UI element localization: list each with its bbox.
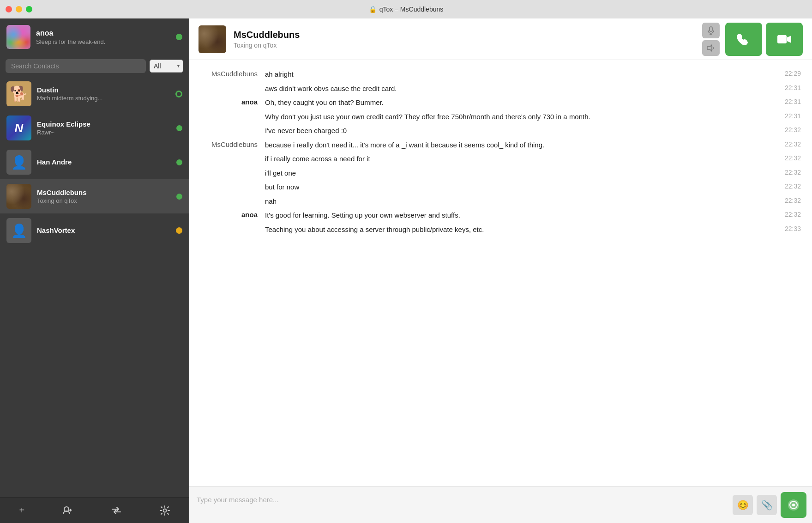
message-row: I've never been charged :0 22:32 [200,126,801,136]
msg-sender: anoa [200,97,265,106]
contact-item-dustin[interactable]: 🐕 Dustin Math midterm studying... [0,77,189,111]
header-actions [702,23,803,56]
contact-name-nashvortex: NashVortex [37,226,170,234]
chat-header: MsCuddlebuns Toxing on qTox [189,18,812,60]
mute-speaker-button[interactable] [702,40,720,56]
message-row: Teaching you about accessing a server th… [200,225,801,235]
my-avatar [6,25,30,49]
minimize-button[interactable] [16,6,22,12]
chat-contact-name: MsCuddlebuns [234,30,695,40]
settings-icon [160,505,170,516]
contact-info-equinox: Equinox Eclipse Rawr~ [37,120,171,136]
emoji-icon: 😊 [737,499,749,511]
msg-sender [200,196,265,197]
message-row: MsCuddlebuns ah alright 22:29 [200,69,801,80]
settings-button[interactable] [156,502,174,519]
emoji-button[interactable]: 😊 [733,495,753,515]
message-row: anoa Oh, they caught you on that? Bummer… [200,97,801,108]
add-friend-button[interactable] [59,503,77,518]
msg-body: It's good for learning. Setting up your … [265,210,773,221]
msg-body: if i really come across a need for it [265,154,773,164]
msg-time: 22:32 [773,154,801,162]
sidebar: anoa Sleep is for the weak-end. All Onli… [0,18,189,523]
message-input[interactable] [195,492,729,518]
svg-rect-4 [710,27,712,31]
send-icon [787,499,800,511]
chat-contact-status: Toxing on qTox [234,42,695,49]
mic-speaker-group [702,23,720,56]
maximize-button[interactable] [26,6,32,12]
message-row: if i really come across a need for it 22… [200,154,801,164]
person-icon-nashvortex: 👤 [11,223,27,238]
my-status-dot [176,34,182,40]
add-friend-icon [63,506,73,515]
transfer-icon [111,506,121,515]
filter-select[interactable]: All Online Offline Busy [150,60,183,73]
search-input[interactable] [6,59,146,73]
contact-list: 🐕 Dustin Math midterm studying... N Equi… [0,77,189,497]
msg-sender: anoa [200,210,265,219]
filter-wrapper[interactable]: All Online Offline Busy [150,60,183,73]
contact-item-equinox[interactable]: N Equinox Eclipse Rawr~ [0,111,189,145]
msg-sender [200,182,265,182]
call-button[interactable] [725,23,762,56]
msg-body: but for now [265,182,773,193]
close-button[interactable] [6,6,12,12]
msg-time: 22:31 [773,97,801,105]
send-button[interactable] [781,492,806,518]
contact-name-hanandre: Han Andre [37,158,171,166]
message-row: anoa It's good for learning. Setting up … [200,210,801,221]
search-bar: All Online Offline Busy [0,55,189,77]
video-call-button[interactable] [766,23,803,56]
contact-info-mscuddlebuns: MsCuddlebuns Toxing on qTox [37,189,171,204]
svg-point-12 [792,504,795,506]
msg-sender [200,84,265,84]
person-icon-hanandre: 👤 [11,155,27,170]
chat-messages: MsCuddlebuns ah alright 22:29 aws didn't… [189,60,812,486]
msg-time: 22:32 [773,210,801,218]
msg-sender [200,112,265,112]
transfer-button[interactable] [108,503,125,518]
msg-body: i'll get one [265,168,773,179]
contact-item-nashvortex[interactable]: 👤 NashVortex [0,213,189,248]
contact-item-mscuddlebuns[interactable]: MsCuddlebuns Toxing on qTox [0,179,189,213]
avatar-nashvortex: 👤 [6,218,31,243]
status-dot-equinox [176,125,182,131]
message-row: MsCuddlebuns because i really don't need… [200,140,801,151]
titlebar-title: 🔒 qTox – MsCuddlebuns [369,6,444,13]
msg-time: 22:31 [773,112,801,120]
contact-item-hanandre[interactable]: 👤 Han Andre [0,145,189,179]
msg-sender [200,154,265,154]
lock-icon: 🔒 [369,6,377,13]
video-icon [777,34,792,45]
avatar-dustin: 🐕 [6,81,31,106]
chat-panel: MsCuddlebuns Toxing on qTox [189,18,812,523]
add-contact-button[interactable]: + [15,501,28,519]
my-name: anoa [36,29,170,37]
message-row: Why don't you just use your own credit c… [200,112,801,122]
svg-marker-9 [787,36,791,43]
msg-time: 22:32 [773,168,801,176]
speaker-icon [707,44,715,52]
message-row: but for now 22:32 [200,182,801,193]
contact-info-nashvortex: NashVortex [37,226,170,235]
contact-status-dustin: Math midterm studying... [37,95,170,102]
contact-name-equinox: Equinox Eclipse [37,120,171,128]
message-row: nah 22:32 [200,196,801,207]
my-info: anoa Sleep is for the weak-end. [36,29,170,45]
msg-time: 22:31 [773,84,801,91]
contact-name-dustin: Dustin [37,86,170,94]
contact-name-mscuddlebuns: MsCuddlebuns [37,189,171,196]
mute-mic-button[interactable] [702,23,720,38]
status-dot-mscuddlebuns [176,194,182,200]
msg-time: 22:32 [773,140,801,148]
chat-contact-info: MsCuddlebuns Toxing on qTox [234,30,695,49]
main-layout: anoa Sleep is for the weak-end. All Onli… [0,18,812,523]
attachment-button[interactable]: 📎 [757,495,777,515]
msg-sender: MsCuddlebuns [200,69,265,78]
status-dot-nashvortex [176,227,182,234]
msg-time: 22:32 [773,196,801,204]
msg-body: because i really don't need it... it's m… [265,140,773,151]
msg-time: 22:32 [773,182,801,190]
status-dot-dustin [175,91,182,97]
